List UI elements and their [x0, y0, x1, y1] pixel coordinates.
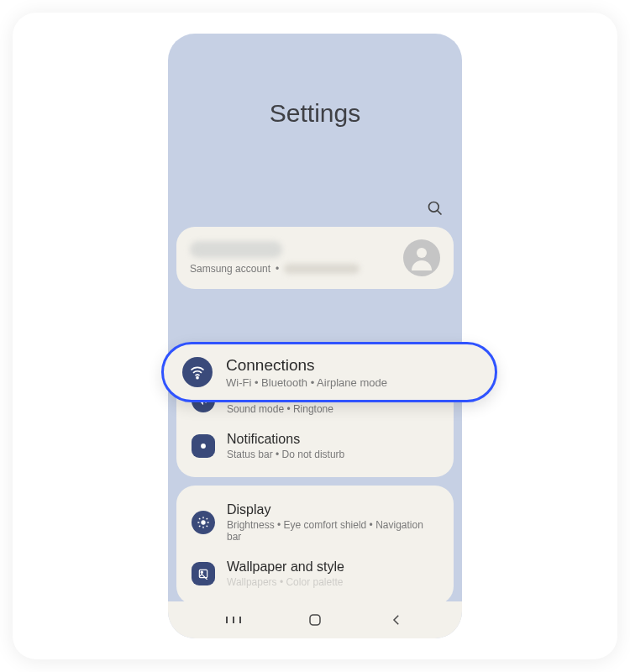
notification-icon — [192, 434, 215, 458]
wallpaper-row[interactable]: Wallpaper and style Wallpapers • Color p… — [190, 551, 440, 596]
notifications-row[interactable]: Notifications Status bar • Do not distur… — [190, 423, 440, 469]
connections-row-highlighted[interactable]: Connections Wi-Fi • Bluetooth • Airplane… — [161, 342, 497, 402]
row-title: Connections — [226, 356, 476, 375]
account-subtitle: Samsung account • — [190, 263, 403, 275]
row-subtitle: Sound mode • Ringtone — [227, 403, 438, 415]
row-subtitle: Wallpapers • Color palette — [227, 576, 438, 588]
account-name-redacted — [190, 241, 282, 258]
display-icon — [192, 511, 215, 534]
svg-point-14 — [201, 571, 202, 573]
row-title: Notifications — [227, 432, 438, 447]
recents-button[interactable] — [217, 610, 250, 630]
row-subtitle: Status bar • Do not disturb — [227, 449, 438, 460]
row-text: Display Brightness • Eye comfort shield … — [227, 502, 438, 543]
svg-point-3 — [201, 444, 206, 449]
outer-card: Settings Samsung account • — [13, 13, 617, 659]
account-email-redacted — [284, 264, 360, 274]
svg-rect-18 — [310, 615, 320, 625]
svg-point-0 — [429, 202, 439, 213]
navigation-bar — [168, 601, 462, 638]
display-row[interactable]: Display Brightness • Eye comfort shield … — [190, 494, 440, 551]
settings-group-display-wallpaper: Display Brightness • Eye comfort shield … — [176, 486, 454, 605]
svg-point-2 — [417, 248, 427, 258]
back-button[interactable] — [380, 610, 413, 630]
svg-point-19 — [197, 377, 198, 379]
account-subtitle-prefix: Samsung account — [190, 263, 270, 275]
settings-content: Samsung account • — [168, 227, 462, 605]
home-button[interactable] — [298, 610, 332, 630]
account-card[interactable]: Samsung account • — [176, 227, 454, 289]
svg-point-4 — [201, 520, 205, 524]
account-info: Samsung account • — [190, 241, 403, 275]
row-text: Notifications Status bar • Do not distur… — [227, 432, 438, 460]
svg-line-1 — [438, 211, 442, 215]
row-title: Display — [227, 502, 438, 517]
wallpaper-icon — [192, 562, 215, 585]
svg-line-9 — [199, 518, 200, 519]
phone-frame: Settings Samsung account • — [168, 34, 462, 638]
svg-line-11 — [199, 526, 200, 527]
separator: • — [276, 263, 279, 275]
row-text: Connections Wi-Fi • Bluetooth • Airplane… — [226, 356, 476, 389]
row-title: Wallpaper and style — [227, 559, 438, 575]
settings-header: Settings — [168, 34, 462, 227]
wifi-icon — [182, 357, 213, 387]
avatar[interactable] — [403, 239, 440, 276]
row-subtitle: Brightness • Eye comfort shield • Naviga… — [227, 519, 438, 543]
row-subtitle: Wi-Fi • Bluetooth • Airplane mode — [226, 376, 476, 389]
search-icon[interactable] — [427, 200, 444, 217]
svg-line-10 — [207, 526, 207, 527]
svg-line-12 — [207, 518, 207, 519]
row-text: Wallpaper and style Wallpapers • Color p… — [227, 559, 438, 588]
page-title: Settings — [270, 99, 360, 128]
svg-rect-13 — [199, 570, 207, 577]
